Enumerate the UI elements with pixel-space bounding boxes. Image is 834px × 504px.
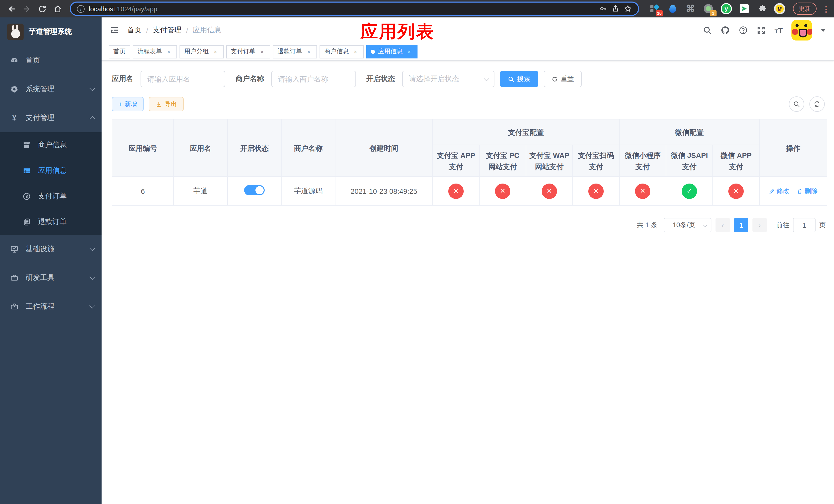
user-avatar[interactable] <box>791 20 812 41</box>
sidebar-item-infra[interactable]: 基础设施 <box>0 235 102 264</box>
font-size-icon[interactable]: TT <box>774 26 783 35</box>
page-1-button[interactable]: 1 <box>734 218 748 232</box>
documents-icon <box>23 218 31 226</box>
status-select[interactable]: 请选择开启状态 <box>402 71 495 87</box>
tab-home[interactable]: 首页 <box>109 45 130 58</box>
toggle-search-button[interactable] <box>789 96 804 112</box>
sidebar-item-devtools[interactable]: 研发工具 <box>0 264 102 292</box>
edit-link-label: 修改 <box>776 186 790 196</box>
app-title: 芋道管理系统 <box>29 27 72 37</box>
user-menu-caret-icon[interactable] <box>821 29 826 32</box>
col-created: 创建时间 <box>335 119 433 177</box>
close-icon[interactable]: × <box>212 48 219 55</box>
tab-refund-order[interactable]: 退款订单× <box>273 45 317 58</box>
extension-y-icon[interactable]: y <box>720 3 732 15</box>
export-button[interactable]: 导出 <box>149 97 184 111</box>
address-bar[interactable]: i localhost:1024/pay/app <box>70 2 639 16</box>
url-host: localhost <box>89 5 115 13</box>
toolbox-icon <box>10 274 19 282</box>
browser-home-icon[interactable] <box>51 3 64 15</box>
extension-camera-icon[interactable]: 1 <box>702 3 715 15</box>
browser-forward-icon[interactable] <box>21 3 33 15</box>
tab-merchant-info[interactable]: 商户信息× <box>320 45 364 58</box>
sidebar-item-system[interactable]: 系统管理 <box>0 75 102 104</box>
gear-icon <box>10 85 19 93</box>
close-icon[interactable]: × <box>259 48 266 55</box>
close-icon[interactable]: × <box>406 48 413 55</box>
password-key-icon[interactable] <box>599 5 607 13</box>
goto-label: 前往 <box>776 221 789 230</box>
extension-grid-icon[interactable]: 10 <box>648 3 661 15</box>
delete-link-label: 删除 <box>805 186 818 196</box>
refresh-table-button[interactable] <box>809 96 825 112</box>
breadcrumb-separator: / <box>146 26 148 35</box>
extension-badge-1: 1 <box>710 10 717 17</box>
tab-label: 用户分组 <box>184 47 209 56</box>
search-icon[interactable] <box>703 26 712 35</box>
sidebar-item-merchant-info[interactable]: 商户信息 <box>0 132 102 158</box>
browser-reload-icon[interactable] <box>36 3 48 15</box>
sidebar-item-workflow[interactable]: 工作流程 <box>0 292 102 321</box>
close-icon[interactable]: × <box>165 48 172 55</box>
profile-emoji-avatar[interactable] <box>774 3 785 14</box>
chevron-down-icon <box>89 303 95 308</box>
sidebar-item-payment[interactable]: ¥ 支付管理 <box>0 104 102 132</box>
merchant-name-input[interactable] <box>271 71 356 87</box>
cell-app-name: 芋道 <box>174 177 227 205</box>
dashboard-icon <box>10 56 19 65</box>
next-page-button[interactable]: › <box>752 218 767 232</box>
reset-button[interactable]: 重置 <box>544 71 581 87</box>
chevron-down-icon <box>89 85 95 91</box>
close-icon[interactable]: × <box>305 48 312 55</box>
breadcrumb-home[interactable]: 首页 <box>127 26 141 35</box>
delete-link[interactable]: 删除 <box>797 186 818 196</box>
sidebar-collapse-icon[interactable] <box>109 25 120 36</box>
bookmark-star-icon[interactable] <box>624 5 632 13</box>
close-icon[interactable]: × <box>352 48 359 55</box>
status-toggle[interactable] <box>244 185 265 196</box>
help-question-icon[interactable] <box>739 26 748 35</box>
search-button[interactable]: 搜索 <box>500 71 538 87</box>
sidebar-item-label: 退款订单 <box>38 217 102 227</box>
sidebar-item-label: 基础设施 <box>26 245 90 254</box>
tab-user-group[interactable]: 用户分组× <box>179 45 224 58</box>
filter-form: 应用名 商户名称 开启状态 请选择开启状态 搜索 重置 <box>112 71 827 87</box>
cross-icon: ✕ <box>635 183 650 199</box>
extension-balloon-icon[interactable] <box>666 3 679 15</box>
github-icon[interactable] <box>721 26 730 35</box>
tab-process-form[interactable]: 流程表单× <box>133 45 177 58</box>
add-button[interactable]: + 新增 <box>112 97 144 111</box>
breadcrumb-section[interactable]: 支付管理 <box>153 26 181 35</box>
edit-link[interactable]: 修改 <box>769 186 790 196</box>
extension-command-icon[interactable]: ⌘ <box>684 3 697 15</box>
browser-menu-icon[interactable]: ⋮ <box>822 7 827 10</box>
extensions-puzzle-icon[interactable] <box>756 3 768 15</box>
page-size-select[interactable]: 10条/页 <box>664 218 711 232</box>
extension-chat-icon[interactable] <box>738 3 750 15</box>
breadcrumb-current: 应用信息 <box>193 26 222 35</box>
browser-back-icon[interactable] <box>5 3 18 15</box>
sidebar-item-pay-order[interactable]: 支付订单 <box>0 184 102 209</box>
sidebar-item-app-info[interactable]: 应用信息 <box>0 158 102 184</box>
site-info-icon[interactable]: i <box>77 5 85 13</box>
chevron-down-icon <box>703 223 707 227</box>
sidebar-item-refund-order[interactable]: 退款订单 <box>0 209 102 235</box>
chrome-update-button[interactable]: 更新 <box>793 3 816 15</box>
tab-label: 支付订单 <box>231 47 256 56</box>
reset-button-label: 重置 <box>561 74 574 84</box>
cross-icon: ✕ <box>588 183 604 199</box>
tab-app-info[interactable]: 应用信息× <box>366 45 418 58</box>
toggle-knob <box>256 186 264 194</box>
share-icon[interactable] <box>611 5 620 13</box>
sidebar-item-home[interactable]: 首页 <box>0 46 102 75</box>
app-name-input[interactable] <box>140 71 225 87</box>
tab-pay-order[interactable]: 支付订单× <box>226 45 270 58</box>
goto-page-input[interactable] <box>793 218 815 232</box>
payment-submenu: 商户信息 应用信息 支付订单 <box>0 132 102 235</box>
sidebar-logo[interactable]: 芋道管理系统 <box>0 18 102 46</box>
fullscreen-icon[interactable] <box>756 26 766 35</box>
pencil-icon <box>769 188 775 194</box>
prev-page-button[interactable]: ‹ <box>716 218 730 232</box>
tab-label: 流程表单 <box>137 47 162 56</box>
col-group-wechat: 微信配置 <box>619 119 760 145</box>
